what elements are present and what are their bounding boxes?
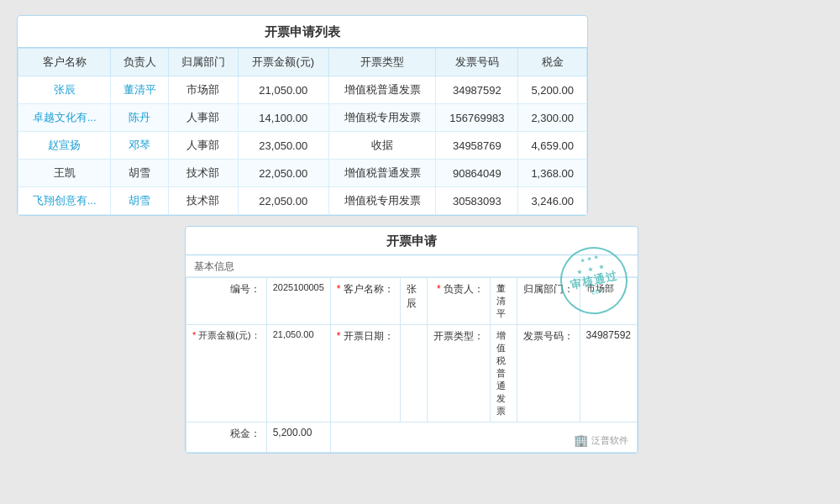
table-cell-0-1[interactable]: 董清平 bbox=[111, 76, 168, 104]
invoice-table: 客户名称 负责人 归属部门 开票金额(元) 开票类型 发票号码 税金 张辰董清平… bbox=[18, 48, 587, 215]
table-cell-2-1[interactable]: 邓琴 bbox=[111, 132, 168, 160]
tax-label: 税金： bbox=[186, 423, 267, 453]
bottom-panel: 开票申请 ★ ★ ★ 审核通过 Eal 基本信息 编号： 2025100005 … bbox=[185, 226, 638, 454]
table-cell-1-0[interactable]: 卓越文化有... bbox=[18, 104, 111, 132]
date-label: 开票日期： bbox=[330, 325, 400, 423]
table-cell-2-5: 34958769 bbox=[436, 132, 518, 160]
table-cell-4-5: 30583093 bbox=[436, 187, 518, 215]
cell-link-2-0[interactable]: 赵宣扬 bbox=[48, 139, 81, 151]
col-header-amount: 开票金额(元) bbox=[238, 49, 328, 76]
table-cell-3-5: 90864049 bbox=[436, 160, 518, 187]
col-header-type: 开票类型 bbox=[328, 49, 436, 76]
table-cell-3-0: 王凯 bbox=[18, 160, 111, 187]
invoice-no-label: 发票号码： bbox=[517, 325, 580, 423]
cell-link-0-1[interactable]: 董清平 bbox=[123, 83, 156, 96]
table-cell-1-2: 人事部 bbox=[168, 104, 238, 132]
cell-link-1-0[interactable]: 卓越文化有... bbox=[33, 111, 97, 123]
table-cell-1-4: 增值税专用发票 bbox=[328, 104, 436, 132]
customer-value: 张辰 bbox=[400, 278, 427, 325]
bottom-panel-title: 开票申请 bbox=[186, 227, 638, 255]
table-cell-1-6: 2,300.00 bbox=[518, 104, 587, 132]
table-cell-2-2: 人事部 bbox=[168, 132, 238, 160]
table-cell-4-4: 增值税专用发票 bbox=[328, 187, 436, 215]
empty-cell: 🏢 泛普软件 bbox=[330, 423, 637, 453]
table-header-row: 客户名称 负责人 归属部门 开票金额(元) 开票类型 发票号码 税金 bbox=[18, 49, 587, 76]
table-cell-1-1[interactable]: 陈丹 bbox=[111, 104, 168, 132]
top-panel: 开票申请列表 客户名称 负责人 归属部门 开票金额(元) 开票类型 发票号码 税… bbox=[17, 15, 588, 216]
table-cell-0-4: 增值税普通发票 bbox=[328, 76, 436, 104]
table-cell-0-3: 21,050.00 bbox=[238, 76, 328, 104]
id-label: 编号： bbox=[186, 278, 267, 325]
table-cell-4-3: 22,050.00 bbox=[238, 187, 328, 215]
cell-link-0-0[interactable]: 张辰 bbox=[54, 83, 76, 96]
cell-link-4-1[interactable]: 胡雪 bbox=[129, 194, 150, 207]
table-cell-4-1[interactable]: 胡雪 bbox=[111, 187, 168, 215]
customer-label: 客户名称： bbox=[330, 278, 400, 325]
table-row: 赵宣扬邓琴人事部23,050.00收据349587694,659.00 bbox=[18, 132, 587, 160]
form-row-3: 税金： 5,200.00 🏢 泛普软件 bbox=[186, 423, 638, 453]
invoice-no-value: 34987592 bbox=[580, 325, 637, 423]
col-header-dept: 归属部门 bbox=[168, 49, 238, 76]
table-cell-4-6: 3,246.00 bbox=[518, 187, 587, 215]
table-cell-0-2: 市场部 bbox=[168, 76, 238, 104]
cell-link-1-1[interactable]: 陈丹 bbox=[129, 111, 150, 123]
table-cell-3-4: 增值税普通发票 bbox=[328, 160, 436, 187]
top-panel-title: 开票申请列表 bbox=[18, 16, 587, 48]
form-row-2: 开票金额(元)： 21,050.00 开票日期： 开票类型： 增值税普通发票 发… bbox=[186, 325, 638, 423]
watermark-icon: 🏢 bbox=[574, 433, 588, 447]
person-value: 董清平 bbox=[491, 278, 517, 325]
table-cell-0-0[interactable]: 张辰 bbox=[18, 76, 111, 104]
date-value bbox=[400, 325, 427, 423]
watermark-text: 泛普软件 bbox=[591, 434, 628, 447]
table-row: 卓越文化有...陈丹人事部14,100.00增值税专用发票1567699832,… bbox=[18, 104, 587, 132]
table-cell-0-5: 34987592 bbox=[436, 76, 518, 104]
col-header-tax: 税金 bbox=[518, 49, 587, 76]
person-label: 负责人： bbox=[428, 278, 491, 325]
col-header-customer: 客户名称 bbox=[18, 49, 111, 76]
watermark: 🏢 泛普软件 bbox=[574, 433, 628, 447]
table-cell-3-1: 胡雪 bbox=[111, 160, 168, 187]
table-cell-2-3: 23,050.00 bbox=[238, 132, 328, 160]
type-value: 增值税普通发票 bbox=[491, 325, 517, 423]
amount-label: 开票金额(元)： bbox=[186, 325, 267, 423]
table-cell-3-3: 22,050.00 bbox=[238, 160, 328, 187]
table-row: 王凯胡雪技术部22,050.00增值税普通发票908640491,368.00 bbox=[18, 160, 587, 187]
table-cell-2-0[interactable]: 赵宣扬 bbox=[18, 132, 111, 160]
tax-value: 5,200.00 bbox=[266, 423, 330, 453]
type-label: 开票类型： bbox=[428, 325, 491, 423]
id-value: 2025100005 bbox=[266, 278, 330, 325]
amount-value: 21,050.00 bbox=[266, 325, 330, 423]
table-cell-2-6: 4,659.00 bbox=[518, 132, 587, 160]
cell-link-2-1[interactable]: 邓琴 bbox=[129, 139, 150, 151]
table-row: 飞翔创意有...胡雪技术部22,050.00增值税专用发票305830933,2… bbox=[18, 187, 587, 215]
stamp-bottom-text: Eal bbox=[591, 287, 601, 297]
col-header-person: 负责人 bbox=[111, 49, 168, 76]
table-cell-1-3: 14,100.00 bbox=[238, 104, 328, 132]
table-cell-1-5: 156769983 bbox=[436, 104, 518, 132]
table-cell-3-6: 1,368.00 bbox=[518, 160, 587, 187]
table-cell-2-4: 收据 bbox=[328, 132, 436, 160]
table-cell-4-2: 技术部 bbox=[168, 187, 238, 215]
table-row: 张辰董清平市场部21,050.00增值税普通发票349875925,200.00 bbox=[18, 76, 587, 104]
table-cell-0-6: 5,200.00 bbox=[518, 76, 587, 104]
cell-link-4-0[interactable]: 飞翔创意有... bbox=[33, 194, 97, 207]
table-cell-4-0[interactable]: 飞翔创意有... bbox=[18, 187, 111, 215]
col-header-invoice: 发票号码 bbox=[436, 49, 518, 76]
table-cell-3-2: 技术部 bbox=[168, 160, 238, 187]
